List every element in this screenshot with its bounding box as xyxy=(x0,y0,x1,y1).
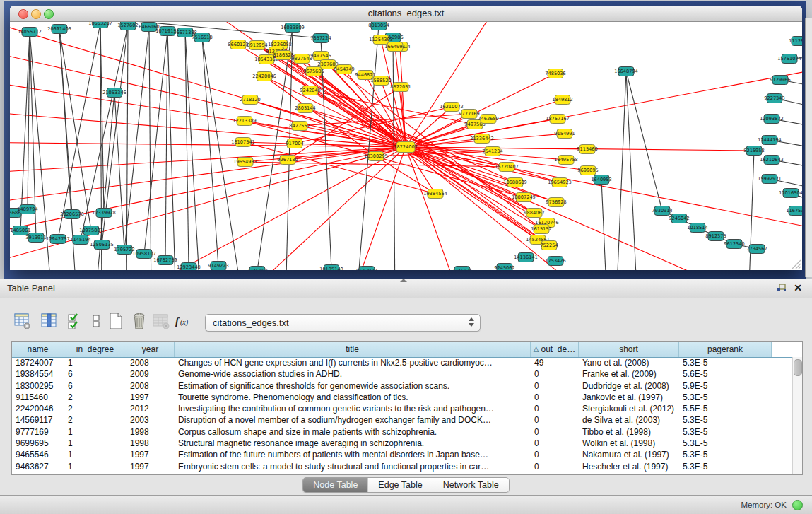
column-header-title[interactable]: title xyxy=(175,342,531,357)
network-node[interactable]: 9154991 xyxy=(554,129,575,139)
tab-network-table[interactable]: Network Table xyxy=(433,478,509,492)
network-node[interactable]: 9227343 xyxy=(764,94,784,103)
splitter-handle[interactable] xyxy=(400,279,407,282)
cell-out_degree[interactable]: 0 xyxy=(531,461,579,472)
cell-year[interactable]: 2009 xyxy=(126,368,175,380)
network-node[interactable]: 1753426 xyxy=(545,257,565,266)
network-node[interactable]: 18807249 xyxy=(512,193,536,202)
network-node[interactable]: 18724007 xyxy=(394,142,418,153)
network-node[interactable]: 12505135 xyxy=(90,240,114,250)
table-row[interactable]: 1938455462009Genome-wide association stu… xyxy=(12,368,793,380)
network-node[interactable]: 1145194 xyxy=(70,235,90,245)
cell-year[interactable]: 2008 xyxy=(126,357,175,368)
cell-out_degree[interactable]: 49 xyxy=(531,357,579,368)
select-rows-check-icon[interactable] xyxy=(65,312,85,332)
network-node[interactable]: 1588520 xyxy=(370,76,391,86)
network-node[interactable]: 8912375 xyxy=(705,232,726,241)
cell-short[interactable]: de Silva et al. (2003) xyxy=(579,414,679,426)
cell-name[interactable]: 9463627 xyxy=(12,461,64,472)
network-node[interactable]: 2245103 xyxy=(247,267,267,271)
cell-in_degree[interactable]: 6 xyxy=(64,380,126,392)
delete-icon[interactable] xyxy=(129,312,149,332)
table-row[interactable]: 977716911998Corpus callosum shape and si… xyxy=(12,426,793,438)
network-node[interactable]: 9756928 xyxy=(546,198,566,207)
cell-short[interactable]: Franke et al. (2009) xyxy=(579,368,679,380)
network-node[interactable]: 7541234 xyxy=(482,147,502,156)
float-panel-icon[interactable] xyxy=(777,284,787,293)
column-header-year[interactable]: year xyxy=(126,342,175,357)
network-node[interactable]: 16033809 xyxy=(281,23,305,33)
table-row[interactable]: 946554611997Estimation of the future num… xyxy=(12,449,793,460)
network-node[interactable]: 9699695 xyxy=(577,166,598,175)
table-row[interactable]: 911546021997Tourette syndrome. Phenomeno… xyxy=(12,392,793,403)
cell-year[interactable]: 1997 xyxy=(126,461,175,472)
network-node[interactable]: 8454749 xyxy=(334,65,354,74)
cell-short[interactable]: Jankovic et al. (1997) xyxy=(579,392,679,403)
network-node[interactable]: 12444194 xyxy=(758,136,782,145)
scrollbar-thumb[interactable] xyxy=(794,359,802,376)
close-panel-icon[interactable]: ✕ xyxy=(794,282,802,293)
network-node[interactable]: 8660123 xyxy=(228,40,248,49)
cell-year[interactable]: 1998 xyxy=(126,426,175,438)
network-node[interactable]: 752254 xyxy=(540,241,558,250)
network-node[interactable]: 8427552 xyxy=(289,122,310,131)
network-node[interactable]: 9497546 xyxy=(310,52,331,61)
network-node[interactable]: 10653287 xyxy=(88,22,112,28)
cell-short[interactable]: Nakamura et al. (1997) xyxy=(579,449,679,460)
network-node[interactable]: 17016504 xyxy=(779,189,802,198)
cell-pagerank[interactable]: 5.9E-5 xyxy=(679,380,772,392)
cell-title[interactable]: Structural magnetic resonance image aver… xyxy=(175,438,531,449)
network-node[interactable]: 9115460 xyxy=(577,145,597,154)
network-canvas[interactable]: 1405571220691406106532871527602646616010… xyxy=(10,22,802,270)
network-node[interactable]: 12093872 xyxy=(760,115,784,124)
network-node[interactable]: 1167533 xyxy=(786,206,802,216)
network-node[interactable]: 18495758 xyxy=(554,156,578,165)
cell-pagerank[interactable]: 5.3E-5 xyxy=(679,449,772,460)
network-node[interactable]: 14055712 xyxy=(18,28,42,37)
table-row[interactable]: 1830029562008Estimation of significance … xyxy=(12,380,793,392)
network-node[interactable]: 917004 xyxy=(286,139,303,148)
network-node[interactable]: 9129966 xyxy=(770,76,790,85)
network-node[interactable]: 9612340 xyxy=(724,240,744,249)
network-node[interactable]: 1615152 xyxy=(531,225,551,234)
network-node[interactable]: 3913911 xyxy=(25,233,46,243)
cell-year[interactable]: 2008 xyxy=(126,380,175,392)
network-node[interactable]: 12923448 xyxy=(177,263,201,271)
cell-in_degree[interactable]: 2 xyxy=(64,403,126,414)
network-node[interactable]: 16210643 xyxy=(760,156,784,165)
table-row[interactable]: 1456911722003Disruption of a novel membe… xyxy=(12,414,793,426)
network-node[interactable]: 1527602 xyxy=(117,22,138,30)
network-node[interactable]: 1485061 xyxy=(10,226,30,235)
cell-out_degree[interactable]: 0 xyxy=(531,392,579,403)
network-node[interactable]: 22420046 xyxy=(252,72,276,81)
network-node[interactable]: 9267130 xyxy=(277,156,298,165)
table-row[interactable]: 2242004622012Investigating the contribut… xyxy=(12,403,793,414)
network-node[interactable]: 10185140 xyxy=(319,265,343,271)
network-node[interactable]: 1112604 xyxy=(789,37,802,46)
network-node[interactable]: 8912954 xyxy=(247,41,267,50)
cell-title[interactable]: Estimation of the future numbers of pati… xyxy=(175,449,531,460)
network-window[interactable]: citations_edges.txt 14055712206914061065… xyxy=(10,6,802,270)
cell-pagerank[interactable]: 5.3E-5 xyxy=(679,357,772,368)
table-settings-icon[interactable] xyxy=(13,312,33,332)
cell-year[interactable]: 2012 xyxy=(126,403,175,414)
tab-node-table[interactable]: Node Table xyxy=(303,478,367,492)
network-node[interactable]: 2718120 xyxy=(240,95,260,105)
network-node[interactable]: 7462659 xyxy=(478,115,498,124)
column-header-in_degree[interactable]: in_degree xyxy=(64,342,126,357)
network-node[interactable]: 9245062 xyxy=(494,264,514,271)
cell-pagerank[interactable]: 5.3E-5 xyxy=(679,438,772,449)
network-node[interactable]: 9827548 xyxy=(291,54,312,64)
network-node[interactable]: 19384554 xyxy=(423,189,447,199)
network-node[interactable]: 8822031 xyxy=(390,83,411,92)
network-node[interactable]: 16210072 xyxy=(440,103,464,112)
network-node[interactable]: 10975887 xyxy=(79,226,103,235)
network-node[interactable]: 1640953 xyxy=(591,175,611,185)
cell-short[interactable]: Hescheler et al. (1997) xyxy=(579,461,679,472)
cell-pagerank[interactable]: 5.5E-5 xyxy=(679,403,772,414)
delete-table-icon[interactable] xyxy=(151,312,171,332)
cell-out_degree[interactable]: 0 xyxy=(531,438,579,449)
network-node[interactable]: 14136141 xyxy=(514,253,538,262)
cell-out_degree[interactable]: 0 xyxy=(531,368,579,380)
table-row[interactable]: 1872400712008Changes of HCN gene express… xyxy=(12,357,793,368)
